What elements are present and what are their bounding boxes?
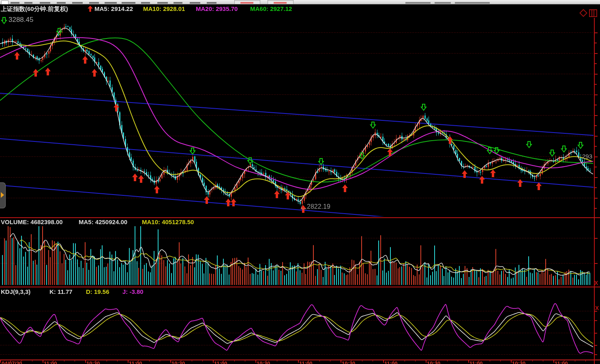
menu-item-9[interactable] [157, 2, 168, 4]
menu-item-5[interactable] [89, 2, 99, 4]
menu-item-8[interactable] [141, 2, 150, 4]
kdj-j-value: J: -3.80 [122, 288, 144, 295]
kdj-close-icon[interactable]: X [595, 305, 599, 311]
menu-item-11[interactable] [190, 2, 200, 4]
time-label: 04/07/30 [2, 360, 22, 364]
chart-canvas[interactable] [0, 0, 600, 364]
menu-bar [0, 0, 600, 4]
menu-right-item-0[interactable] [405, 2, 431, 4]
sidebar-expand-handle[interactable] [0, 182, 6, 208]
right-price-label: 293 [582, 153, 592, 160]
volume-ma5: MA5: 4250924.00 [79, 218, 127, 225]
expand-arrow-icon [1, 192, 4, 198]
menu-item-4[interactable] [72, 2, 83, 4]
window-icon[interactable] [1, 0, 9, 4]
ma10-value: MA10: 2928.01 [143, 5, 185, 12]
app-window: 上证指数(60分钟.前复权) MA5: 2914.22 MA10: 2928.0… [0, 0, 600, 364]
menu-item-10[interactable] [174, 2, 182, 4]
menu-right-item-1[interactable] [435, 2, 451, 4]
time-label: 11:00 [555, 360, 568, 364]
chart-title: 上证指数(60分钟.前复权) [1, 5, 68, 13]
menu-right-item-2[interactable] [455, 2, 490, 4]
time-label: 10:30 [86, 360, 100, 364]
time-label: 10:30 [257, 360, 270, 364]
time-label: 11:00 [129, 360, 142, 364]
period-low-label: 2822.19 [307, 203, 330, 210]
toolbar-button-1[interactable] [234, 0, 260, 4]
panes-icon[interactable] [589, 9, 597, 17]
menu-item-2[interactable] [40, 2, 50, 4]
time-label: 11:00 [299, 360, 313, 364]
time-label: 10:30 [427, 360, 440, 364]
ma20-value: MA20: 2935.70 [196, 5, 238, 12]
time-label: 11:00 [214, 360, 227, 364]
menu-item-12[interactable] [207, 2, 216, 4]
time-label: 10:30 [171, 360, 185, 364]
kdj-d-value: D: 19.56 [86, 288, 109, 295]
menu-item-6[interactable] [105, 2, 117, 4]
kdj-k-value: K: 11.77 [49, 288, 73, 295]
volume-ma10: MA10: 4051278.50 [142, 218, 194, 225]
menu-item-0[interactable] [11, 2, 19, 4]
time-label: 11:00 [384, 360, 398, 364]
time-label: 10:30 [342, 360, 355, 364]
time-label: 11:00 [469, 360, 483, 364]
menu-item-1[interactable] [24, 2, 32, 4]
volume-close-icon[interactable]: X [594, 280, 598, 286]
kdj-title: KDJ(9,3,3) [1, 288, 30, 295]
time-label: 11:00 [44, 360, 57, 364]
menu-item-7[interactable] [122, 2, 135, 4]
menu-item-3[interactable] [57, 2, 66, 4]
ma60-value: MA60: 2927.12 [250, 5, 292, 12]
time-label: 10:30 [512, 360, 525, 364]
ma5-value: MA5: 2914.22 [94, 5, 133, 12]
volume-value: VOLUME: 4682398.00 [1, 218, 63, 225]
period-high-label: 3288.45 [9, 16, 33, 24]
toolbar-button-2[interactable] [268, 0, 294, 4]
